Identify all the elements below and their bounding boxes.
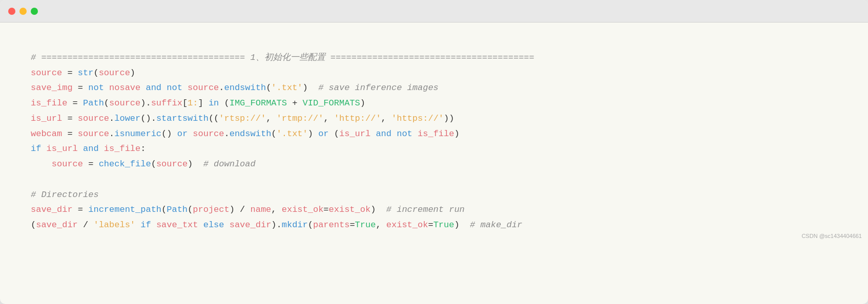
code-line-check-file: source = check_file(source) # download <box>31 157 868 172</box>
blank-line <box>31 35 868 50</box>
maximize-button[interactable] <box>31 8 38 15</box>
minimize-button[interactable] <box>19 8 27 15</box>
comment-line-1: # ======================================… <box>31 50 868 66</box>
code-line-is-url: is_url = source.lower().startswith(('rts… <box>31 111 868 126</box>
code-line-webcam: webcam = source.isnumeric() or source.en… <box>31 126 868 142</box>
code-line-mkdir: (save_dir / 'labels' if save_txt else sa… <box>31 218 868 233</box>
code-line-save-dir: save_dir = increment_path(Path(project) … <box>31 202 868 218</box>
code-line-is-file: is_file = Path(source).suffix[1:] in (IM… <box>31 96 868 111</box>
title-bar <box>0 0 868 23</box>
code-line-source-str: source = str(source) <box>31 66 868 81</box>
blank-line-2 <box>31 172 868 187</box>
code-line-save-img: save_img = not nosave and not source.end… <box>31 80 868 96</box>
watermark: CSDN @sc1434404661 <box>801 231 862 241</box>
code-line-if: if is_url and is_file: <box>31 141 868 157</box>
close-button[interactable] <box>8 8 15 15</box>
comment-line-2: # Directories <box>31 187 868 203</box>
code-area: # ======================================… <box>0 23 868 245</box>
window: # ======================================… <box>0 0 868 304</box>
